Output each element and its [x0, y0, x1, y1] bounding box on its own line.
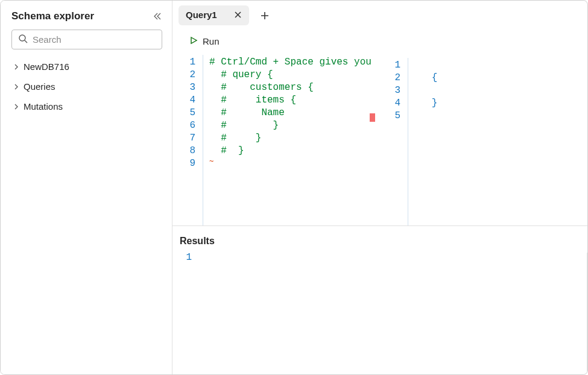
tab-bar: Query1 — [172, 1, 587, 25]
new-tab-button[interactable] — [255, 7, 274, 24]
tree-item-label: Queries — [24, 81, 55, 92]
sidebar-header: Schema explorer — [1, 8, 172, 30]
text-cursor — [370, 113, 375, 122]
tree-item-label: NewDB716 — [24, 61, 69, 72]
toolbar: Run — [172, 25, 587, 55]
play-icon — [189, 36, 198, 46]
main-area: Query1 Run 123456789 # Ctrl/Cmd + Space … — [172, 1, 587, 374]
chevron-right-icon — [13, 103, 20, 110]
query-code[interactable]: # Ctrl/Cmd + Space gives you autocomplet… — [203, 55, 378, 225]
search-box[interactable] — [11, 30, 162, 49]
results-title: Results — [179, 232, 587, 250]
close-icon[interactable] — [234, 11, 242, 19]
schema-tree: NewDB716 Queries Mutations — [1, 55, 172, 116]
variables-pane: Query variables 12345 { } — [378, 55, 587, 225]
chevron-right-icon — [13, 83, 20, 90]
variables-editor[interactable]: 12345 { } — [378, 58, 587, 225]
search-container — [1, 30, 172, 55]
tree-item-label: Mutations — [24, 101, 63, 112]
editor-row: 123456789 # Ctrl/Cmd + Space gives you a… — [172, 55, 587, 226]
results-divider — [587, 253, 587, 374]
run-button-label: Run — [203, 36, 220, 46]
tree-item-database[interactable]: NewDB716 — [11, 57, 162, 77]
query-gutter: 123456789 — [172, 55, 203, 225]
tab-label: Query1 — [186, 10, 217, 20]
tab-query1[interactable]: Query1 — [179, 5, 249, 25]
tree-item-queries[interactable]: Queries — [11, 77, 162, 96]
results-panel: Results 1 — [172, 226, 587, 374]
schema-explorer-sidebar: Schema explorer NewDB716 — [1, 1, 172, 374]
chevron-right-icon — [13, 63, 20, 71]
variables-gutter: 12345 — [378, 58, 408, 225]
search-input[interactable] — [33, 34, 156, 45]
results-gutter: 1 — [179, 251, 199, 374]
results-body: 1 — [179, 250, 587, 374]
run-button[interactable]: Run — [185, 34, 224, 49]
variables-code[interactable]: { } — [408, 58, 587, 225]
sidebar-title: Schema explorer — [11, 10, 94, 22]
query-editor[interactable]: 123456789 # Ctrl/Cmd + Space gives you a… — [172, 55, 378, 225]
svg-point-0 — [19, 35, 25, 41]
search-icon — [18, 34, 28, 45]
tree-item-mutations[interactable]: Mutations — [11, 96, 162, 116]
collapse-panel-icon[interactable] — [153, 11, 162, 21]
results-code[interactable] — [199, 251, 587, 374]
